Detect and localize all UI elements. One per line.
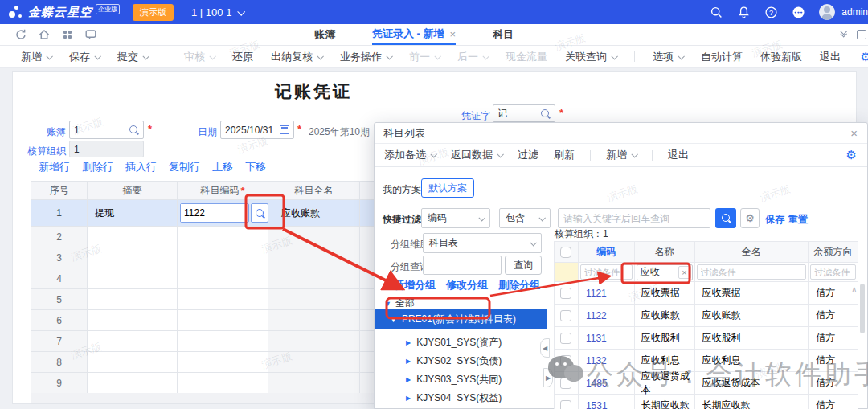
voucher-word-input[interactable] bbox=[497, 108, 540, 119]
tree-node-root[interactable]: ▼全部 bbox=[384, 297, 415, 310]
account-row[interactable]: 1531 长期应收款 长期应收款 借方 bbox=[555, 395, 858, 409]
tree-collapsed-icon[interactable]: ▶ bbox=[406, 395, 411, 402]
cell-summary[interactable] bbox=[88, 310, 178, 331]
cell-summary[interactable]: 提现 bbox=[88, 200, 178, 227]
tree-node-child[interactable]: ▶KJYS02_SYS(负债) bbox=[375, 352, 547, 370]
group-action-link[interactable]: 删除分组 bbox=[498, 278, 540, 292]
cell-summary[interactable] bbox=[88, 352, 178, 373]
filter-operator-select[interactable]: 包含 bbox=[499, 208, 551, 228]
apps-grid-icon[interactable] bbox=[61, 28, 74, 41]
grid-row-action-link[interactable]: 插入行 bbox=[125, 160, 157, 174]
clear-filter-icon[interactable]: × bbox=[678, 266, 691, 279]
cell-code[interactable] bbox=[178, 352, 268, 373]
account-row[interactable]: 1485 应收退货成本 应收退货成本 借方 bbox=[555, 372, 858, 395]
name-filter-value[interactable]: 应收 bbox=[637, 265, 660, 279]
tree-collapsed-icon[interactable]: ▶ bbox=[406, 358, 411, 365]
cell-code[interactable] bbox=[178, 247, 268, 268]
dialog-toolbar-button[interactable]: 添加备选 bbox=[384, 148, 436, 162]
col-header-name[interactable]: 名称 bbox=[635, 242, 695, 263]
toolbar-button[interactable]: 审核 bbox=[184, 50, 215, 64]
dialog-toolbar-button[interactable]: 过滤 bbox=[518, 148, 538, 162]
sync-icon[interactable] bbox=[14, 28, 27, 41]
splitter-collapse-right[interactable]: ▶ bbox=[543, 368, 553, 387]
workspace-tab[interactable]: 账簿 × bbox=[314, 24, 335, 45]
row-checkbox[interactable] bbox=[555, 282, 579, 305]
close-icon[interactable]: × bbox=[850, 127, 858, 139]
book-input[interactable] bbox=[74, 125, 129, 136]
group-query-button[interactable]: 查询 bbox=[505, 256, 542, 275]
toolbar-button[interactable]: 后一 bbox=[457, 50, 488, 64]
filter-settings-button[interactable]: ⚙ bbox=[740, 208, 760, 228]
cell-code[interactable] bbox=[178, 289, 268, 310]
account-row[interactable]: 1122 应收账款 应收账款 借方 bbox=[555, 305, 858, 327]
tree-collapsed-icon[interactable]: ▶ bbox=[406, 339, 411, 346]
toolbar-button[interactable]: 现金流量 bbox=[506, 50, 547, 64]
dialog-toolbar-button[interactable]: 刷新 bbox=[554, 148, 575, 162]
grid-empty-row[interactable]: 8 bbox=[31, 352, 376, 373]
tree-node-child[interactable]: ▶KJYS01_SYS(资产) bbox=[375, 333, 547, 352]
toolbar-button[interactable]: 选项 bbox=[653, 50, 683, 64]
tree-node-child[interactable]: ▶KJYS04_SYS(权益) bbox=[375, 389, 547, 407]
grid-empty-row[interactable]: 3 bbox=[31, 247, 376, 268]
tree-node-child[interactable]: ▶KJYS03_SYS(共同) bbox=[375, 370, 547, 389]
row-checkbox[interactable] bbox=[555, 350, 579, 372]
voucher-word-field[interactable] bbox=[493, 104, 555, 122]
grid-row-action-link[interactable]: 复制行 bbox=[169, 160, 200, 174]
account-code[interactable]: 1121 bbox=[579, 282, 635, 305]
message-icon[interactable] bbox=[84, 28, 97, 41]
account-code-input[interactable] bbox=[181, 204, 248, 222]
default-plan-chip[interactable]: 默认方案 bbox=[421, 178, 474, 198]
account-code[interactable]: 1132 bbox=[579, 350, 635, 372]
row-checkbox[interactable] bbox=[555, 305, 579, 327]
row-checkbox[interactable] bbox=[555, 395, 579, 409]
cell-summary[interactable] bbox=[88, 289, 178, 310]
group-query-input[interactable] bbox=[423, 256, 502, 275]
grid-empty-row[interactable]: 4 bbox=[31, 268, 376, 289]
keyword-input[interactable] bbox=[558, 208, 710, 228]
workspace-tab[interactable]: 凭证录入 - 新增 × bbox=[372, 24, 456, 45]
organization-selector[interactable]: 1 | 100 1 bbox=[191, 6, 244, 18]
toolbar-button[interactable]: 业务操作 bbox=[340, 50, 391, 64]
gear-icon[interactable]: ⚙ bbox=[846, 148, 857, 162]
account-row[interactable]: 1131 应收股利 应收股利 借方 bbox=[555, 327, 858, 350]
lookup-magnifier-icon[interactable] bbox=[129, 125, 139, 135]
group-action-link[interactable]: 新增分组 bbox=[394, 278, 436, 292]
notification-bell-icon[interactable] bbox=[737, 6, 751, 19]
search-button[interactable] bbox=[715, 208, 736, 228]
account-code[interactable]: 1485 bbox=[579, 372, 635, 395]
code-filter-input[interactable] bbox=[580, 264, 633, 280]
scrollbar-thumb[interactable] bbox=[860, 284, 865, 333]
grid-empty-row[interactable]: 6 bbox=[31, 310, 376, 331]
toolbar-button[interactable]: 体验新版 bbox=[760, 50, 802, 64]
account-row[interactable]: 1121 应收票据 应收票据 借方 bbox=[555, 282, 858, 305]
name-filter-cell[interactable]: 应收× bbox=[635, 263, 695, 282]
cell-code-editor[interactable] bbox=[178, 200, 268, 227]
account-lookup-button[interactable] bbox=[251, 203, 268, 223]
collapse-double-chevron-icon[interactable] bbox=[841, 32, 845, 37]
account-code[interactable]: 1531 bbox=[579, 395, 635, 409]
fullscreen-icon[interactable] bbox=[857, 30, 866, 39]
cell-summary[interactable] bbox=[88, 331, 178, 352]
cell-summary[interactable] bbox=[88, 373, 178, 394]
cell-summary[interactable] bbox=[88, 247, 178, 268]
dialog-toolbar-button[interactable]: 退出 bbox=[668, 148, 689, 162]
direction-filter-cell[interactable] bbox=[809, 263, 858, 282]
dialog-toolbar-button[interactable]: 新增 bbox=[606, 148, 637, 162]
grid-row-action-link[interactable]: 上移 bbox=[212, 160, 233, 174]
group-action-link[interactable]: 修改分组 bbox=[446, 278, 488, 292]
toolbar-button[interactable]: 出纳复核 bbox=[271, 50, 322, 64]
do-not-disturb-icon[interactable] bbox=[792, 6, 805, 19]
toolbar-button[interactable]: 提交 bbox=[117, 50, 148, 64]
tree-expand-icon[interactable]: ▼ bbox=[390, 316, 397, 324]
account-code[interactable]: 1122 bbox=[579, 305, 635, 327]
row-checkbox[interactable] bbox=[555, 372, 579, 395]
reset-link[interactable]: 重置 bbox=[788, 213, 808, 227]
grid-empty-row[interactable]: 9 bbox=[31, 373, 376, 394]
grid-empty-row[interactable]: 7 bbox=[31, 331, 376, 352]
cell-code[interactable] bbox=[178, 268, 268, 289]
date-field[interactable] bbox=[220, 121, 294, 139]
select-all-checkbox[interactable] bbox=[555, 242, 579, 263]
user-avatar[interactable] bbox=[819, 4, 835, 20]
book-field[interactable] bbox=[69, 121, 144, 139]
grid-empty-row[interactable]: 2 bbox=[31, 227, 376, 247]
